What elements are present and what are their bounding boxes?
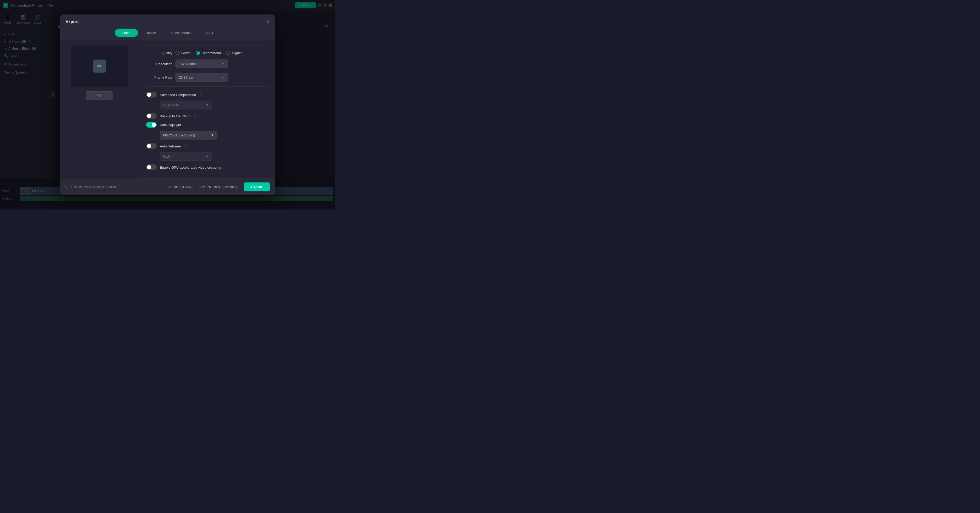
quality-higher-radio[interactable] xyxy=(226,51,230,55)
auto-reframe-toggle[interactable] xyxy=(146,143,157,149)
auto-highlight-chevron: ▼ xyxy=(211,133,214,137)
auto-highlight-control: 60s(YouTube Shorts) ▼ xyxy=(160,131,268,140)
quality-lower-radio[interactable] xyxy=(175,51,180,55)
footer-checkbox-area: Use last export settings for local xyxy=(65,185,116,189)
gpu-row: Enable GPU accelerated video encoding xyxy=(146,164,268,170)
dialog-title: Export xyxy=(65,19,79,24)
preview-box: ✏ xyxy=(71,45,128,87)
gpu-thumb xyxy=(147,165,151,170)
backup-cloud-thumb xyxy=(147,114,151,118)
dialog-body: ✏ Edit Quality Lower Recommend xyxy=(60,40,275,179)
framerate-select[interactable]: 23.97 fps ▼ xyxy=(175,73,228,82)
quality-label: Quality xyxy=(146,51,172,55)
dialog-header: Export ✕ xyxy=(60,15,275,29)
framerate-label: Frame Rate xyxy=(146,75,172,79)
export-dialog: Export ✕ Local Device Social Media DVD ✏… xyxy=(60,15,275,195)
auto-highlight-row: Auto Highlight ? xyxy=(146,122,268,128)
quality-higher-option[interactable]: Higher xyxy=(226,51,242,55)
quality-recommend-option[interactable]: Recommend xyxy=(196,51,221,55)
quality-setting-row: Quality Lower Recommend Higher xyxy=(146,51,268,55)
quality-recommend-radio[interactable] xyxy=(196,51,200,55)
by-quality-control: By Quality ▼ xyxy=(160,101,268,110)
auto-reframe-chevron: ▼ xyxy=(205,154,209,159)
advanced-compression-label: Advanced Compression xyxy=(160,93,196,97)
framerate-chevron: ▼ xyxy=(222,76,224,79)
gpu-label: Enable GPU accelerated video encoding xyxy=(160,165,221,169)
advanced-compression-toggle[interactable] xyxy=(146,92,157,98)
tab-social-media[interactable]: Social Media xyxy=(164,29,198,37)
auto-highlight-select[interactable]: 60s(YouTube Shorts) ▼ xyxy=(160,131,218,140)
duration-display: Duration: 00:04:28 xyxy=(169,185,194,189)
quality-radio-group: Lower Recommend Higher xyxy=(175,51,268,55)
settings-panel: Quality Lower Recommend Higher xyxy=(139,40,275,179)
auto-highlight-thumb xyxy=(152,123,156,127)
resolution-chevron: ▼ xyxy=(222,63,224,65)
backup-cloud-toggle[interactable] xyxy=(146,113,157,119)
footer-info: Duration: 00:04:28 Size: 251.50 MB(estim… xyxy=(169,183,270,191)
last-settings-checkbox[interactable] xyxy=(65,185,69,189)
tab-dvd[interactable]: DVD xyxy=(198,29,221,37)
dialog-footer: Use last export settings for local Durat… xyxy=(60,179,275,195)
tab-device[interactable]: Device xyxy=(138,29,164,37)
preview-edit-icon: ✏ xyxy=(93,60,106,73)
dialog-tabs: Local Device Social Media DVD xyxy=(60,29,275,40)
resolution-select[interactable]: 1920x1080 ▼ xyxy=(175,60,228,68)
advanced-compression-row: Advanced Compression ? xyxy=(146,92,268,98)
backup-cloud-help[interactable]: ? xyxy=(194,114,196,118)
quality-lower-option[interactable]: Lower xyxy=(175,51,191,55)
auto-reframe-thumb xyxy=(147,144,151,148)
auto-reframe-label: Auto Reframe xyxy=(160,144,181,148)
resolution-setting-row: Resolution 1920x1080 ▼ xyxy=(146,60,268,68)
auto-highlight-toggle[interactable] xyxy=(146,122,157,128)
gpu-toggle[interactable] xyxy=(146,164,157,170)
preview-panel: ✏ Edit xyxy=(60,40,139,179)
resolution-label: Resolution xyxy=(146,62,172,66)
auto-highlight-label: Auto Highlight xyxy=(160,123,181,127)
settings-divider xyxy=(146,45,268,46)
by-quality-select: By Quality ▼ xyxy=(160,101,212,110)
advanced-compression-thumb xyxy=(147,93,151,97)
last-settings-label: Use last export settings for local xyxy=(71,185,116,189)
auto-reframe-control: 9:16 ▼ xyxy=(160,152,268,161)
auto-reframe-row: Auto Reframe ? xyxy=(146,143,268,149)
settings-divider-2 xyxy=(146,86,268,87)
framerate-setting-row: Frame Rate 23.97 fps ▼ xyxy=(146,73,268,82)
by-quality-chevron: ▼ xyxy=(205,103,209,107)
advanced-compression-help[interactable]: ? xyxy=(199,93,201,97)
auto-reframe-select: 9:16 ▼ xyxy=(160,152,212,161)
export-final-button[interactable]: Export xyxy=(243,183,270,191)
backup-cloud-label: Backup to the Cloud xyxy=(160,114,191,118)
dialog-close-button[interactable]: ✕ xyxy=(266,19,270,25)
auto-highlight-help[interactable]: ? xyxy=(184,123,186,127)
backup-cloud-row: Backup to the Cloud ? xyxy=(146,113,268,119)
auto-reframe-help[interactable]: ? xyxy=(184,144,186,148)
edit-button[interactable]: Edit xyxy=(86,91,113,100)
size-display: Size: 251.50 MB(estimated) xyxy=(200,185,239,189)
tab-local[interactable]: Local xyxy=(115,29,138,37)
